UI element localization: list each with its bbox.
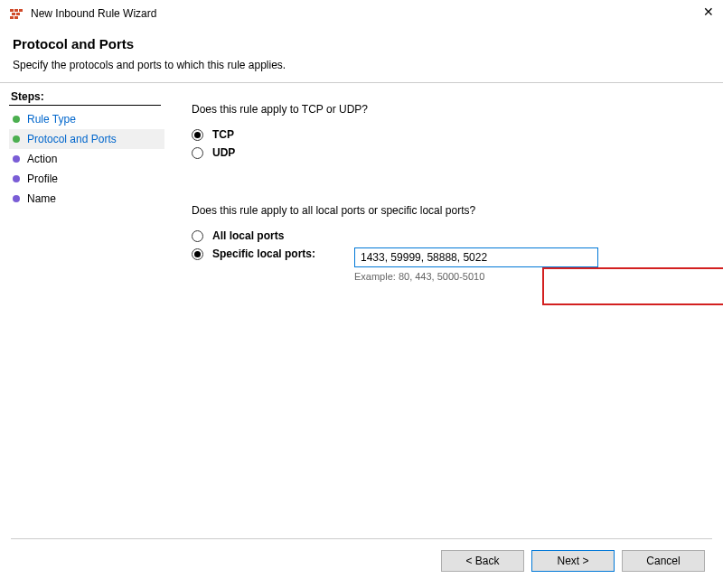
step-rule-type[interactable]: Rule Type	[9, 109, 164, 129]
firewall-icon	[9, 6, 23, 21]
titlebar: New Inbound Rule Wizard ✕	[0, 0, 723, 27]
step-label: Protocol and Ports	[27, 133, 117, 145]
radio-tcp[interactable]: TCP	[192, 128, 696, 141]
step-profile[interactable]: Profile	[9, 169, 164, 189]
bullet-icon	[13, 175, 20, 182]
window-title: New Inbound Rule Wizard	[31, 7, 156, 20]
radio-label: TCP	[212, 128, 234, 141]
radio-label: All local ports	[212, 229, 284, 242]
close-button[interactable]: ✕	[703, 5, 714, 19]
page-title: Protocol and Ports	[13, 36, 710, 51]
steps-heading: Steps:	[9, 90, 164, 103]
radio-icon	[192, 147, 203, 159]
step-label: Action	[27, 153, 57, 165]
radio-label: Specific local ports:	[212, 247, 315, 260]
bullet-icon	[13, 195, 20, 202]
bullet-icon	[13, 155, 20, 163]
next-button[interactable]: Next >	[531, 550, 615, 572]
svg-rect-3	[12, 13, 15, 15]
steps-heading-underline	[9, 105, 161, 106]
step-action[interactable]: Action	[9, 149, 164, 169]
step-label: Rule Type	[27, 113, 76, 126]
ports-question: Does this rule apply to all local ports …	[192, 204, 696, 217]
step-label: Profile	[27, 173, 58, 185]
svg-rect-2	[19, 9, 23, 12]
radio-icon	[192, 230, 203, 242]
ports-example-text: Example: 80, 443, 5000-5010	[354, 271, 598, 282]
protocol-question: Does this rule apply to TCP or UDP?	[192, 103, 696, 116]
cancel-button[interactable]: Cancel	[622, 550, 705, 572]
radio-all-local-ports[interactable]: All local ports	[192, 229, 696, 242]
bullet-icon	[13, 135, 20, 143]
svg-rect-4	[16, 13, 20, 15]
steps-sidebar: Steps: Rule Type Protocol and Ports Acti…	[0, 83, 164, 284]
step-protocol-and-ports[interactable]: Protocol and Ports	[9, 129, 164, 149]
svg-rect-1	[14, 9, 18, 12]
radio-udp[interactable]: UDP	[192, 146, 696, 159]
svg-rect-6	[14, 16, 18, 19]
footer-buttons: < Back Next > Cancel	[441, 550, 705, 572]
page-subtitle: Specify the protocols and ports to which…	[0, 57, 723, 82]
footer-divider	[11, 538, 712, 539]
main-panel: Does this rule apply to TCP or UDP? TCP …	[164, 83, 723, 284]
specific-ports-input[interactable]	[354, 247, 598, 267]
radio-specific-local-ports[interactable]: Specific local ports:	[192, 247, 354, 260]
svg-rect-5	[10, 16, 14, 19]
page-header: Protocol and Ports	[0, 27, 723, 57]
radio-label: UDP	[212, 146, 235, 159]
step-label: Name	[27, 192, 56, 205]
bullet-icon	[13, 116, 20, 123]
step-name[interactable]: Name	[9, 189, 164, 209]
radio-icon	[192, 129, 203, 141]
svg-rect-0	[10, 9, 14, 12]
back-button[interactable]: < Back	[441, 550, 524, 572]
radio-icon	[192, 248, 203, 260]
